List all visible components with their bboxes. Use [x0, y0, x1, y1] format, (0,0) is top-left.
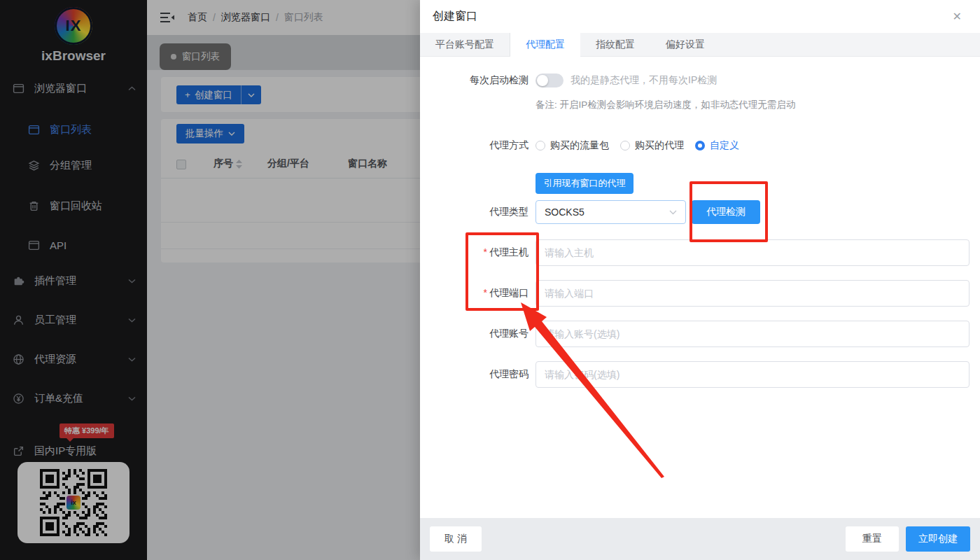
app-root: IX ixBrowser 浏览器窗口 窗口列表 [0, 0, 980, 560]
startup-check-label: 每次启动检测 [420, 74, 528, 87]
proxy-method-label: 代理方式 [420, 139, 528, 152]
proxy-type-label: 代理类型 [420, 206, 528, 218]
proxy-account-label: 代理账号 [420, 328, 528, 340]
proxy-host-row: *代理主机 [420, 239, 980, 266]
tab-platform-account-config[interactable]: 平台账号配置 [420, 33, 510, 56]
radio-purchased-traffic-package[interactable]: 购买的流量包 [536, 139, 609, 152]
tab-fingerprint-config[interactable]: 指纹配置 [580, 33, 650, 56]
startup-check-hint: 我的是静态代理，不用每次IP检测 [570, 74, 717, 87]
radio-purchased-proxy[interactable]: 购买的代理 [620, 139, 684, 152]
drawer-footer: 取 消 重置 立即创建 [420, 518, 980, 560]
proxy-password-label: 代理密码 [420, 368, 528, 381]
proxy-method-row: 代理方式 购买的流量包 购买的代理 自定义 [420, 139, 980, 152]
radio-custom[interactable]: 自定义 [695, 139, 739, 152]
proxy-account-input[interactable] [536, 321, 969, 347]
close-icon[interactable]: ✕ [953, 11, 962, 22]
create-window-drawer: 创建窗口 ✕ 平台账号配置 代理配置 指纹配置 偏好设置 每次启动检测 我的是静… [420, 0, 980, 560]
create-now-button[interactable]: 立即创建 [906, 526, 970, 552]
cancel-button[interactable]: 取 消 [430, 526, 482, 552]
required-mark: * [484, 287, 487, 298]
startup-check-note: 备注: 开启IP检测会影响环境启动速度，如非动态代理无需启动 [536, 99, 795, 111]
radio-checked-icon [695, 141, 705, 150]
startup-note-row: 备注: 开启IP检测会影响环境启动速度，如非动态代理无需启动 [420, 99, 980, 111]
proxy-type-row: 代理类型 SOCKS5 代理检测 [420, 200, 980, 224]
reference-proxy-row: 引用现有窗口的代理 [420, 173, 980, 194]
drawer-header: 创建窗口 ✕ [420, 0, 980, 33]
reference-existing-proxy-button[interactable]: 引用现有窗口的代理 [536, 173, 634, 194]
startup-check-row: 每次启动检测 我的是静态代理，不用每次IP检测 [420, 74, 980, 88]
proxy-password-row: 代理密码 [420, 361, 980, 388]
radio-icon [536, 141, 545, 150]
drawer-tabs: 平台账号配置 代理配置 指纹配置 偏好设置 [420, 33, 980, 57]
proxy-port-label: *代理端口 [420, 287, 528, 300]
proxy-port-row: *代理端口 [420, 280, 980, 307]
proxy-type-select[interactable]: SOCKS5 [536, 200, 686, 224]
startup-check-toggle[interactable] [536, 74, 564, 88]
drawer-body: 每次启动检测 我的是静态代理，不用每次IP检测 备注: 开启IP检测会影响环境启… [420, 74, 980, 388]
toggle-knob [537, 75, 548, 86]
tab-proxy-config[interactable]: 代理配置 [510, 33, 580, 57]
proxy-check-button[interactable]: 代理检测 [692, 200, 760, 224]
reset-button[interactable]: 重置 [846, 526, 899, 552]
required-mark: * [484, 246, 487, 258]
proxy-host-input[interactable] [536, 239, 969, 266]
proxy-host-label: *代理主机 [420, 246, 528, 259]
proxy-account-row: 代理账号 [420, 321, 980, 347]
drawer-title: 创建窗口 [433, 9, 477, 24]
proxy-password-input[interactable] [536, 361, 969, 388]
proxy-type-value: SOCKS5 [545, 206, 584, 218]
radio-icon [620, 141, 630, 150]
chevron-down-icon [669, 210, 677, 215]
proxy-port-input[interactable] [536, 280, 969, 307]
tab-preference-settings[interactable]: 偏好设置 [650, 33, 720, 56]
